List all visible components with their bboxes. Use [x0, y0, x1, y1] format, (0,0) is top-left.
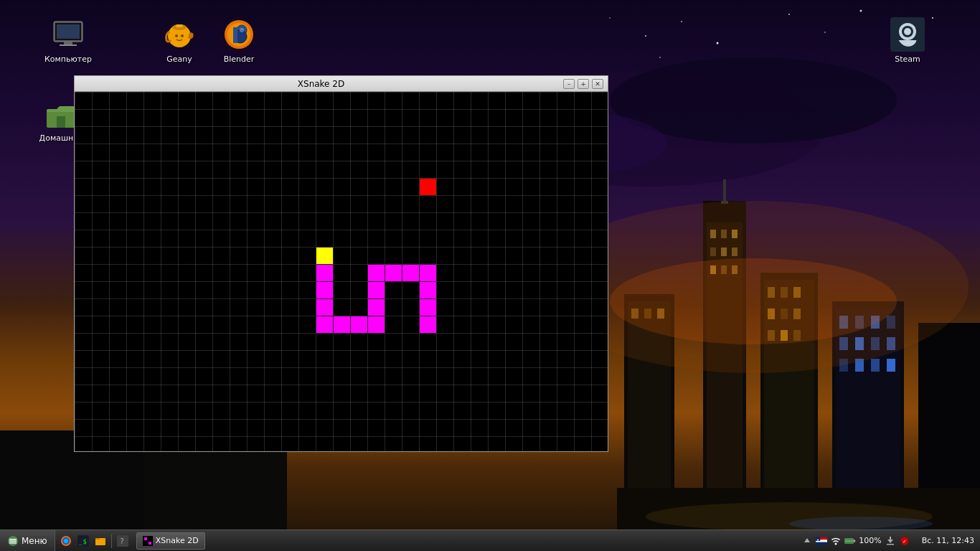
svg-rect-112 — [854, 540, 855, 542]
desktop-icon-geany[interactable]: Geany — [151, 14, 208, 67]
minimize-button[interactable]: – — [563, 79, 575, 89]
tray-download[interactable] — [885, 535, 896, 547]
svg-rect-115 — [887, 544, 894, 545]
taskbar: Меню _$ — [0, 529, 980, 551]
snake-segment — [316, 299, 333, 316]
window-title: XSnake 2D — [79, 79, 563, 89]
steam-icon — [890, 17, 925, 52]
svg-point-50 — [789, 517, 933, 531]
computer-icon — [51, 17, 85, 52]
svg-point-75 — [181, 34, 184, 37]
home-icon — [44, 96, 78, 131]
taskbar-apps: XSnake 2D — [133, 530, 796, 551]
window-titlebar[interactable]: XSnake 2D – + ✕ — [75, 76, 608, 92]
desktop-icon-blender[interactable]: Blender — [210, 14, 268, 67]
svg-rect-111 — [845, 539, 853, 542]
svg-rect-90 — [9, 540, 17, 542]
game-grid-overlay — [75, 92, 608, 451]
svg-point-54 — [681, 21, 682, 22]
svg-text:_$: _$ — [79, 538, 87, 545]
svg-text:?: ? — [120, 537, 124, 545]
taskbar-tray: ★ 100% — [796, 530, 915, 551]
svg-marker-103 — [804, 538, 810, 542]
snake-segment — [334, 316, 350, 333]
xsnake-window: XSnake 2D – + ✕ — [74, 75, 608, 452]
svg-rect-101 — [144, 537, 147, 540]
svg-point-62 — [659, 57, 661, 58]
snake-segment — [316, 316, 333, 333]
snake-segment — [420, 299, 436, 316]
svg-rect-91 — [9, 542, 17, 544]
svg-rect-83 — [57, 116, 65, 128]
snake-segment — [368, 282, 385, 298]
tray-battery-text: 100% — [859, 536, 881, 545]
computer-icon-label: Компьютер — [44, 55, 92, 64]
menu-label: Меню — [22, 536, 47, 546]
svg-point-94 — [64, 539, 68, 543]
clock-text: Вс. 11, 12:43 — [922, 536, 974, 545]
snake-segment — [368, 265, 385, 281]
game-canvas[interactable] — [75, 92, 608, 451]
svg-point-58 — [860, 10, 862, 12]
svg-point-64 — [610, 258, 897, 344]
tray-up-arrow[interactable] — [801, 535, 813, 547]
svg-rect-41 — [887, 359, 895, 372]
svg-point-109 — [835, 542, 837, 545]
svg-text:✓: ✓ — [903, 539, 907, 545]
blender-icon-label: Blender — [224, 55, 255, 64]
svg-rect-69 — [57, 24, 80, 39]
snake-segment — [420, 282, 436, 298]
quicklaunch-extra[interactable]: ? — [115, 533, 131, 549]
svg-point-74 — [175, 34, 178, 37]
svg-rect-102 — [149, 542, 151, 545]
danger-item — [420, 179, 436, 195]
svg-point-53 — [645, 35, 646, 37]
taskbar-clock[interactable]: Вс. 11, 12:43 — [916, 536, 980, 545]
snake-segment — [368, 299, 385, 316]
svg-rect-40 — [871, 359, 880, 372]
tray-battery-icon[interactable] — [844, 535, 856, 547]
snake-segment — [420, 265, 436, 281]
quicklaunch-terminal[interactable]: _$ — [75, 533, 91, 549]
taskbar-app-xsnake[interactable]: XSnake 2D — [136, 532, 205, 550]
tray-wifi[interactable] — [830, 535, 842, 547]
maximize-button[interactable]: + — [578, 79, 589, 89]
snake-segment — [316, 282, 333, 298]
svg-rect-106 — [816, 542, 827, 545]
desktop-icon-steam[interactable]: Steam — [879, 14, 936, 67]
desktop-icon-computer[interactable]: Компьютер — [39, 14, 97, 67]
tray-shield[interactable]: ✓ — [899, 535, 910, 547]
geany-icon-label: Geany — [166, 55, 192, 64]
snake-segment — [368, 316, 385, 333]
svg-point-73 — [176, 24, 183, 27]
svg-text:★: ★ — [816, 538, 819, 542]
svg-rect-80 — [233, 27, 237, 43]
svg-point-87 — [904, 28, 911, 35]
svg-point-56 — [788, 14, 790, 15]
snake-segment — [351, 316, 367, 333]
svg-rect-114 — [890, 537, 891, 540]
menu-icon — [7, 535, 19, 547]
svg-rect-42 — [918, 323, 980, 502]
snake-segment — [402, 265, 419, 281]
svg-rect-15 — [723, 179, 726, 201]
window-controls: – + ✕ — [563, 79, 603, 89]
svg-point-57 — [824, 32, 826, 33]
svg-point-55 — [717, 42, 719, 44]
blender-icon — [222, 17, 256, 52]
svg-rect-89 — [9, 539, 17, 540]
snake-segment — [385, 265, 402, 281]
tray-flag[interactable]: ★ — [816, 535, 827, 547]
quicklaunch-firefox[interactable] — [58, 533, 74, 549]
close-button[interactable]: ✕ — [592, 79, 603, 89]
svg-point-61 — [609, 17, 611, 19]
svg-point-81 — [240, 28, 244, 32]
taskbar-menu-button[interactable]: Меню — [0, 530, 55, 551]
taskbar-quick-launch: _$ ? — [55, 530, 133, 551]
taskbar-xsnake-icon — [143, 536, 153, 546]
quicklaunch-files[interactable] — [93, 533, 108, 549]
taskbar-separator — [111, 534, 112, 548]
steam-icon-label: Steam — [895, 55, 920, 64]
snake-segment — [420, 316, 436, 333]
svg-rect-67 — [64, 42, 72, 44]
